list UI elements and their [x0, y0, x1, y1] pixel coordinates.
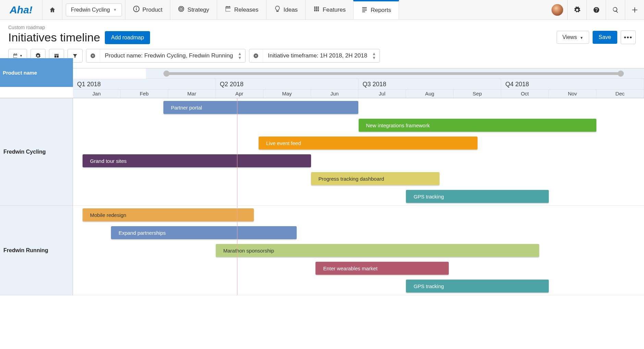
today-marker — [237, 98, 237, 205]
initiative-bar[interactable]: Grand tour sites — [83, 154, 311, 167]
nav-tab-label: Releases — [234, 7, 259, 13]
toolbar: ▼ Product name: Fredwin Cycling, Fredwin… — [0, 48, 644, 68]
timeline-row-label: Fredwin Cycling — [0, 98, 73, 206]
page-title: Initiatives timeline — [8, 31, 100, 44]
gantt-area: Partner portalNew integrations framework… — [73, 98, 644, 295]
timeline-scrubber[interactable] — [146, 68, 644, 79]
filter-pill-product[interactable]: Product name: Fredwin Cycling, Fredwin R… — [86, 49, 246, 63]
help-button[interactable] — [586, 0, 606, 20]
scrub-handle-right[interactable] — [618, 70, 624, 77]
timeline-corner-label: Product name — [0, 58, 73, 87]
initiative-bar[interactable]: GPS tracking — [406, 190, 549, 203]
month-header: Apr — [216, 90, 263, 98]
nav-tab-label: Product — [143, 7, 163, 13]
month-header: Feb — [121, 90, 168, 98]
table-icon — [54, 53, 59, 59]
nav-tab-product[interactable]: Product — [125, 0, 171, 20]
search-button[interactable] — [606, 0, 625, 20]
initiative-bar[interactable]: Partner portal — [163, 101, 359, 114]
grid-icon — [313, 5, 320, 14]
quarter-header: Q4 2018 — [501, 79, 644, 90]
scrub-track — [166, 72, 623, 75]
nav-tab-label: Reports — [371, 7, 391, 14]
nav-tab-reports[interactable]: Reports — [353, 0, 399, 20]
search-icon — [612, 7, 619, 13]
main-nav-tabs: ProductStrategyReleasesIdeasFeaturesRepo… — [125, 0, 399, 20]
timeline-columns: Q1 2018Q2 2018Q3 2018Q4 2018 JanFebMarAp… — [73, 68, 644, 98]
month-header: Sep — [454, 90, 501, 98]
close-circle-icon — [253, 53, 259, 59]
caret-down-icon: ▼ — [580, 36, 583, 40]
initiative-bar[interactable]: Mobile redesign — [83, 208, 254, 221]
clear-filter-timeframe[interactable] — [249, 49, 263, 62]
workspace-selector[interactable]: Fredwin Cycling ▼ — [66, 3, 122, 16]
month-header: Dec — [596, 90, 644, 98]
nav-tab-label: Ideas — [284, 7, 298, 13]
views-button-label: Views — [562, 34, 577, 40]
target-icon — [178, 5, 185, 14]
workspace-name: Fredwin Cycling — [71, 7, 110, 13]
month-header: Oct — [501, 90, 549, 98]
top-nav: Aha! Fredwin Cycling ▼ ProductStrategyRe… — [0, 0, 644, 20]
breadcrumb[interactable]: Custom roadmap — [8, 25, 150, 30]
close-circle-icon — [90, 53, 96, 59]
nav-tab-ideas[interactable]: Ideas — [266, 0, 306, 20]
svg-point-3 — [181, 9, 182, 10]
timeline-header: Product name Q1 2018Q2 2018Q3 2018Q4 201… — [0, 68, 644, 98]
clear-filter-product[interactable] — [86, 49, 100, 62]
gear-icon — [574, 7, 581, 13]
gear-icon — [35, 53, 41, 59]
caret-down-icon: ▼ — [113, 8, 117, 12]
initiative-bar[interactable]: Enter wearables market — [315, 262, 449, 275]
caret-down-icon: ▼ — [20, 54, 23, 57]
month-header: Aug — [406, 90, 454, 98]
avatar[interactable] — [552, 4, 563, 16]
gantt-row: Partner portalNew integrations framework… — [73, 98, 644, 206]
home-icon — [49, 7, 56, 13]
initiative-bar[interactable]: Progress tracking dashboard — [311, 172, 439, 185]
save-button[interactable]: Save — [593, 31, 617, 44]
month-header: May — [263, 90, 311, 98]
initiative-bar[interactable]: Expand partnerships — [111, 226, 297, 239]
sort-indicator-icon: ▲▼ — [238, 52, 242, 60]
nav-tab-label: Strategy — [187, 7, 209, 13]
sort-indicator-icon: ▲▼ — [372, 52, 376, 60]
plus-icon — [631, 7, 638, 13]
gantt-row: Mobile redesignExpand partnershipsMarath… — [73, 206, 644, 295]
month-header: Jul — [358, 90, 406, 98]
calendar-icon — [13, 53, 18, 59]
add-roadmap-button[interactable]: Add roadmap — [105, 31, 150, 44]
initiative-bar[interactable]: GPS tracking — [406, 280, 549, 293]
top-nav-right — [547, 0, 644, 20]
nav-tab-strategy[interactable]: Strategy — [170, 0, 217, 20]
timeline: Product name Q1 2018Q2 2018Q3 2018Q4 201… — [0, 68, 644, 295]
month-header: Nov — [549, 90, 596, 98]
quarter-header: Q3 2018 — [359, 79, 501, 90]
settings-button[interactable] — [567, 0, 586, 20]
quarter-header: Q1 2018 — [73, 79, 216, 90]
filter-product-label: Product name: Fredwin Cycling, Fredwin R… — [100, 52, 238, 59]
nav-tab-label: Features — [323, 7, 346, 13]
initiative-bar[interactable]: New integrations framework — [359, 119, 597, 132]
help-icon — [593, 7, 600, 13]
month-header: Jun — [311, 90, 359, 98]
month-header: Mar — [168, 90, 216, 98]
filter-pill-timeframe[interactable]: Initiative timeframe: 1H 2018, 2H 2018 ▲… — [249, 49, 380, 63]
scrub-handle-left[interactable] — [163, 70, 170, 77]
ellipsis-icon: ••• — [624, 34, 633, 41]
add-button[interactable] — [625, 0, 644, 20]
today-marker — [237, 206, 237, 295]
initiative-bar[interactable]: Marathon sponsorship — [216, 244, 540, 257]
app-logo[interactable]: Aha! — [0, 0, 42, 20]
views-button[interactable]: Views ▼ — [557, 31, 589, 44]
nav-tab-features[interactable]: Features — [305, 0, 354, 20]
page-header-left: Custom roadmap Initiatives timeline Add … — [8, 25, 150, 44]
initiative-bar[interactable]: Live event feed — [259, 137, 478, 150]
timeline-row-labels: Fredwin CyclingFredwin Running — [0, 98, 73, 295]
quarter-header: Q2 2018 — [216, 79, 359, 90]
home-button[interactable] — [42, 0, 62, 20]
nav-tab-releases[interactable]: Releases — [217, 0, 267, 20]
report-icon — [361, 6, 368, 15]
more-actions-button[interactable]: ••• — [621, 30, 636, 44]
page-header: Custom roadmap Initiatives timeline Add … — [0, 20, 644, 48]
